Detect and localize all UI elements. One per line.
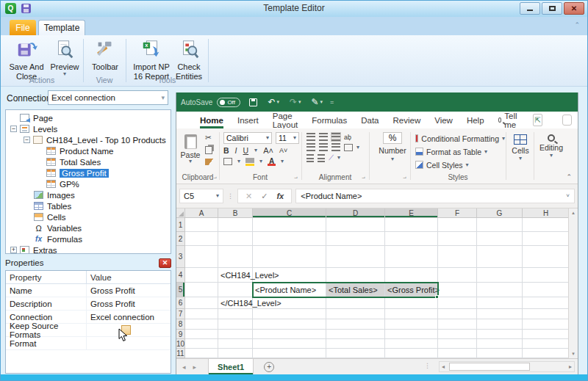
row-header-3[interactable]: 3	[176, 246, 185, 268]
tree-item-extras[interactable]: +Extras	[6, 244, 171, 254]
grid-cell[interactable]	[385, 330, 438, 339]
property-row-name[interactable]: Name Gross Profit	[6, 284, 171, 297]
grid-cell[interactable]	[438, 339, 477, 349]
grid-cell[interactable]	[253, 339, 326, 349]
grid-cell[interactable]	[438, 349, 477, 358]
font-color-icon[interactable]: A	[268, 157, 276, 166]
tree-item-levels[interactable]: −Levels	[6, 123, 171, 134]
grid-cell[interactable]	[477, 339, 523, 349]
grid-cell[interactable]	[185, 319, 218, 330]
properties-close-button[interactable]: ✕	[159, 258, 171, 268]
toolbar-button[interactable]: Toolbar	[87, 38, 123, 72]
grid-cell[interactable]	[523, 246, 570, 268]
customize-quick-access-icon[interactable]: =	[330, 98, 334, 106]
enter-icon[interactable]: ✓	[261, 192, 268, 201]
number-format-label[interactable]: Number	[379, 146, 406, 155]
clipboard-dialog-launcher-icon[interactable]: ⌐	[213, 175, 217, 181]
grid-cell[interactable]	[477, 297, 523, 309]
fill-color-icon[interactable]	[245, 158, 254, 166]
grid-cell[interactable]	[253, 349, 326, 358]
cut-icon[interactable]: ✂	[205, 133, 214, 142]
grid-cell[interactable]	[438, 246, 477, 268]
excel-tab-insert[interactable]: Insert	[237, 112, 259, 128]
grid-cell[interactable]	[326, 268, 385, 283]
grid-cell[interactable]	[438, 268, 477, 283]
percent-style-button[interactable]: %	[383, 132, 402, 144]
grid-cell[interactable]	[253, 232, 326, 246]
cell-D5[interactable]: <Total Sales>	[326, 283, 385, 297]
next-sheet-icon[interactable]: ▸	[193, 363, 197, 371]
maximize-button[interactable]	[542, 2, 562, 15]
align-top-icon[interactable]	[306, 133, 315, 141]
grid-cell[interactable]	[438, 309, 477, 319]
grid-cell[interactable]	[438, 232, 477, 246]
grid-cell[interactable]	[477, 268, 523, 283]
grid-cell[interactable]	[477, 246, 523, 268]
align-middle-icon[interactable]	[319, 133, 328, 141]
paste-button[interactable]: Paste ▾	[179, 134, 201, 164]
grid-cell[interactable]	[185, 268, 218, 283]
name-box-dropdown-icon[interactable]: ▾	[216, 194, 219, 198]
column-header-B[interactable]: B	[218, 208, 253, 218]
grid-cell[interactable]	[185, 339, 218, 349]
name-box[interactable]: C5▾	[179, 189, 223, 203]
grow-font-button[interactable]: A˄	[263, 146, 273, 155]
grid-cell[interactable]	[523, 349, 570, 358]
grid-cell[interactable]	[185, 283, 218, 297]
tree-item-cells[interactable]: Cells	[6, 211, 171, 222]
grid-cell[interactable]	[523, 339, 570, 349]
tree-item-images[interactable]: Images	[6, 189, 171, 200]
check-entities-button[interactable]: Check Entities	[173, 38, 205, 81]
grid-cell[interactable]	[523, 330, 570, 339]
grid-cell[interactable]	[438, 218, 477, 232]
grid-cell[interactable]	[385, 246, 438, 268]
row-header-8[interactable]: 8	[176, 319, 185, 330]
format-painter-icon[interactable]	[205, 159, 214, 165]
horizontal-scrollbar[interactable]: ◂ ▸	[439, 361, 575, 372]
grid-cell[interactable]	[523, 232, 570, 246]
tree-item-tables[interactable]: Tables	[6, 200, 171, 211]
grid-cell[interactable]	[477, 309, 523, 319]
grid-cell[interactable]	[253, 218, 326, 232]
collapse-expander-icon[interactable]: −	[10, 126, 17, 132]
grid-cell[interactable]	[185, 349, 218, 358]
grid-cell[interactable]	[326, 232, 385, 246]
grid-cell[interactable]	[253, 268, 326, 283]
pen-icon[interactable]: ✎	[312, 98, 319, 106]
grid-cell[interactable]	[185, 297, 218, 309]
grid-cell[interactable]	[326, 309, 385, 319]
collapse-expander-icon[interactable]: −	[24, 137, 30, 143]
horizontal-scroll-thumb[interactable]	[449, 363, 530, 371]
row-header-4[interactable]: 4	[176, 268, 185, 283]
grid-cell[interactable]	[253, 309, 326, 319]
expand-formula-bar-icon[interactable]: ˅	[566, 194, 570, 198]
grid-cell[interactable]	[385, 297, 438, 309]
previous-sheet-icon[interactable]: ◂	[182, 363, 186, 371]
collapse-ribbon-icon[interactable]: ⌃	[574, 22, 580, 29]
grid-cell[interactable]	[438, 297, 477, 309]
new-sheet-icon[interactable]: +	[264, 362, 274, 372]
conditional-formatting-button[interactable]: Conditional Formatting▾	[415, 134, 505, 143]
cell-C5[interactable]: <Product Name>	[253, 283, 326, 297]
undo-dropdown-icon[interactable]: ▾	[276, 99, 279, 105]
row-header-5[interactable]: 5	[176, 283, 185, 297]
property-row-description[interactable]: Description Gross Profit	[6, 297, 171, 311]
row-header-9[interactable]: 9	[176, 330, 185, 339]
tree-item-variables[interactable]: ΩVariables	[6, 222, 171, 233]
grid-cell[interactable]	[438, 330, 477, 339]
grid-cell[interactable]	[218, 218, 253, 232]
grid-cell[interactable]	[185, 309, 218, 319]
grid-cell[interactable]	[477, 319, 523, 330]
cell-E5[interactable]: <Gross Profit>	[385, 283, 438, 297]
collapse-excel-ribbon-icon[interactable]: ⌃	[566, 173, 572, 181]
close-button[interactable]: ✕	[564, 2, 584, 15]
undo-icon[interactable]: ↶	[268, 98, 275, 106]
orientation-icon[interactable]: ⟋	[329, 153, 334, 162]
grid-cell[interactable]	[185, 218, 218, 232]
grid-cell[interactable]	[326, 319, 385, 330]
scroll-right-icon[interactable]: ▸	[569, 363, 572, 370]
column-header-F[interactable]: F	[438, 208, 477, 218]
sheet-tab-sheet1[interactable]: Sheet1	[208, 359, 254, 374]
grid-cell[interactable]	[253, 330, 326, 339]
excel-tab-formulas[interactable]: Formulas	[312, 112, 347, 128]
